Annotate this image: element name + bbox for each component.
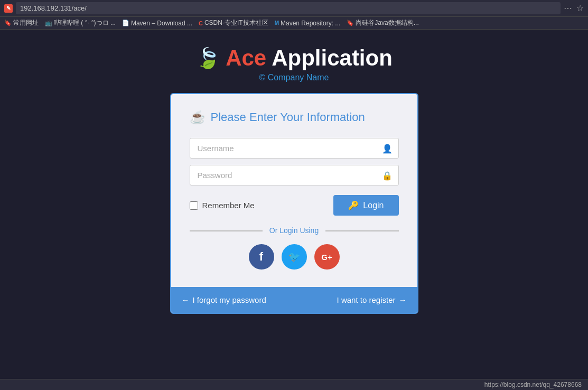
- card-heading-text: Please Enter Your Information: [211, 110, 365, 124]
- bookmark-favicon-5: 🔖: [347, 20, 354, 26]
- company-name: © Company Name: [195, 73, 393, 82]
- google-icon: G+: [321, 253, 332, 262]
- bookmark-item-3[interactable]: C CSDN-专业IT技术社区: [199, 18, 268, 27]
- url-bar[interactable]: [16, 2, 561, 14]
- bookmark-item-1[interactable]: 📺 哔哩哔哩 ( °- °)つロ ...: [45, 18, 116, 27]
- bookmark-item-2[interactable]: 📄 Maven – Download ...: [122, 20, 192, 27]
- register-label: I want to register: [337, 295, 396, 304]
- browser-favicon: ✎: [4, 4, 13, 13]
- app-header: 🍃 Ace Application © Company Name: [195, 45, 393, 82]
- facebook-login-button[interactable]: f: [249, 244, 274, 270]
- or-label-text: Or Login Using: [269, 226, 319, 235]
- bookmark-icon[interactable]: ☆: [576, 3, 584, 13]
- user-icon: 👤: [382, 143, 393, 153]
- social-icons: f 🐦 G+: [190, 244, 399, 270]
- bookmark-label-5: 尚硅谷Java数据结构...: [356, 18, 418, 27]
- card-footer: ← I forgot my password I want to registe…: [171, 287, 417, 313]
- twitter-icon: 🐦: [288, 251, 300, 263]
- coffee-icon: ☕: [190, 110, 206, 125]
- twitter-login-button[interactable]: 🐦: [282, 244, 307, 270]
- bookmark-favicon-4: M: [275, 20, 279, 26]
- bookmark-item-5[interactable]: 🔖 尚硅谷Java数据结构...: [347, 18, 418, 27]
- remember-label-text: Remember Me: [202, 201, 255, 210]
- bookmark-favicon-2: 📄: [122, 20, 129, 26]
- bookmark-favicon-1: 📺: [45, 20, 52, 26]
- or-divider: Or Login Using: [190, 226, 399, 235]
- forgot-password-link[interactable]: ← I forgot my password: [182, 295, 266, 304]
- username-group: 👤: [190, 138, 399, 159]
- register-link[interactable]: I want to register →: [337, 295, 407, 304]
- lock-icon: 🔒: [382, 170, 393, 180]
- more-icon[interactable]: ⋯: [564, 3, 572, 13]
- bookmark-label-1: 哔哩哔哩 ( °- °)つロ ...: [54, 18, 116, 27]
- bookmark-label-2: Maven – Download ...: [131, 20, 192, 27]
- password-group: 🔒: [190, 165, 399, 185]
- bookmark-item-4[interactable]: M Maven Repository: ...: [275, 20, 341, 27]
- username-input[interactable]: [190, 138, 399, 159]
- login-key-icon: 🔑: [348, 200, 359, 210]
- main-content: 🍃 Ace Application © Company Name ☕ Pleas…: [0, 30, 588, 379]
- remember-checkbox[interactable]: [190, 201, 198, 210]
- app-title-application: Application: [272, 45, 393, 71]
- facebook-icon: f: [259, 250, 263, 264]
- bookmark-label-0: 常用网址: [13, 18, 39, 27]
- login-button[interactable]: 🔑 Login: [333, 195, 398, 216]
- login-label: Login: [363, 201, 384, 210]
- bookmark-label-4: Maven Repository: ...: [281, 20, 340, 27]
- form-actions: Remember Me 🔑 Login: [190, 195, 399, 216]
- bookmark-favicon-3: C: [199, 20, 203, 26]
- status-bar: https://blog.csdn.net/qq_42678668: [0, 379, 588, 390]
- bookmark-label-3: CSDN-专业IT技术社区: [204, 18, 268, 27]
- password-input[interactable]: [190, 165, 399, 185]
- status-url: https://blog.csdn.net/qq_42678668: [484, 381, 582, 388]
- card-title: ☕ Please Enter Your Information: [190, 110, 399, 125]
- remember-me-label[interactable]: Remember Me: [190, 201, 255, 210]
- bookmark-favicon-0: 🔖: [4, 20, 12, 26]
- app-title: 🍃 Ace Application: [195, 45, 393, 71]
- login-card: ☕ Please Enter Your Information 👤 🔒 Reme…: [170, 93, 418, 314]
- forgot-password-label: I forgot my password: [193, 295, 266, 304]
- register-arrow-icon: →: [399, 295, 407, 304]
- leaf-icon: 🍃: [195, 47, 220, 70]
- google-login-button[interactable]: G+: [314, 244, 340, 270]
- forgot-arrow-icon: ←: [182, 295, 190, 304]
- bookmark-item-0[interactable]: 🔖 常用网址: [4, 18, 39, 27]
- bookmarks-bar: 🔖 常用网址 📺 哔哩哔哩 ( °- °)つロ ... 📄 Maven – Do…: [0, 17, 588, 30]
- card-body: ☕ Please Enter Your Information 👤 🔒 Reme…: [171, 94, 417, 287]
- browser-icons: ⋯ ☆: [564, 3, 584, 13]
- app-title-ace: Ace: [226, 45, 266, 71]
- browser-bar: ✎ ⋯ ☆: [0, 0, 588, 17]
